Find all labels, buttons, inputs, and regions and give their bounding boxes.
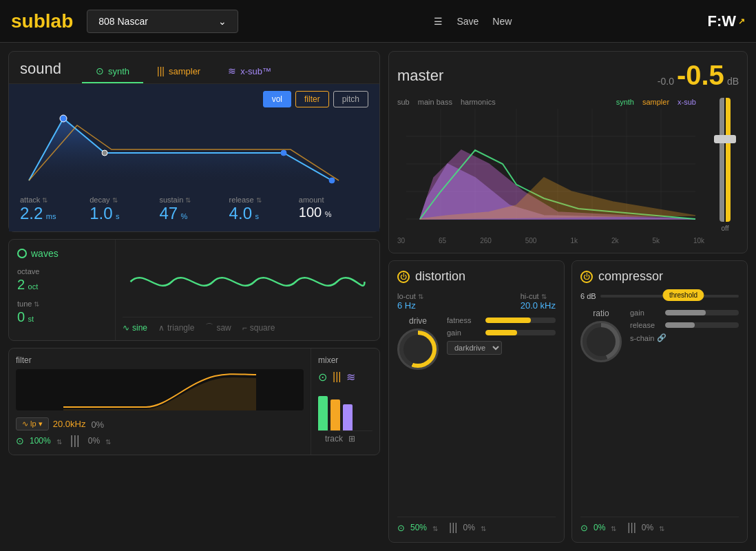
tune-stepper[interactable] bbox=[34, 300, 39, 308]
sound-panel: sound ⊙ synth ||| sampler ≋ x-sub™ bbox=[8, 51, 380, 232]
filter-controls: ∿ lp ▾ 20.0kHz 0% bbox=[16, 415, 304, 430]
filter-type-button[interactable]: ∿ lp ▾ bbox=[16, 417, 49, 430]
brand-text: F:W bbox=[707, 12, 736, 30]
fader-handle[interactable] bbox=[714, 135, 736, 143]
compressor-power-button[interactable]: ⏻ bbox=[580, 271, 593, 283]
sustain-stepper[interactable] bbox=[185, 196, 191, 204]
release-label: release bbox=[229, 196, 299, 204]
release-stepper[interactable] bbox=[256, 196, 262, 204]
drive-label: drive bbox=[409, 316, 427, 326]
synth-icon: ⊙ bbox=[96, 65, 104, 76]
sound-title: sound bbox=[20, 60, 61, 83]
schain-link-icon[interactable]: 🔗 bbox=[657, 333, 666, 342]
hicut-stepper[interactable] bbox=[541, 292, 547, 300]
comp-gain-bar-track[interactable] bbox=[665, 310, 739, 315]
octave-unit: oct bbox=[28, 282, 39, 291]
wave-type-square[interactable]: ⌐ square bbox=[242, 322, 275, 333]
decay-stepper[interactable] bbox=[112, 196, 118, 204]
wave-type-saw[interactable]: ⌒ saw bbox=[205, 322, 231, 333]
fatness-bar-track[interactable] bbox=[485, 318, 556, 323]
dist-bars-icon: ||| bbox=[449, 521, 457, 534]
mixer-icon-1: ⊙ bbox=[318, 371, 327, 384]
tab-sampler-label: sampler bbox=[169, 66, 200, 76]
fatness-bar-fill bbox=[485, 318, 531, 323]
dist-mix-stepper[interactable] bbox=[481, 521, 486, 534]
fader-label: off bbox=[722, 225, 729, 232]
release-value: 4.0 bbox=[229, 204, 252, 222]
threshold-track[interactable]: threshold bbox=[600, 295, 739, 298]
brand-logo: F:W ↗ bbox=[707, 12, 745, 30]
tune-label: tune bbox=[17, 300, 107, 308]
track-label: track bbox=[325, 434, 343, 444]
schain-label: s-chain bbox=[630, 334, 654, 342]
locut-stepper[interactable] bbox=[418, 292, 423, 300]
wave-type-sine[interactable]: ∿ sine bbox=[123, 322, 147, 333]
drive-knob-inner bbox=[403, 335, 432, 364]
distortion-bottom: ⊙ 50% ||| 0% bbox=[397, 517, 556, 534]
dist-power-icon: ⊙ bbox=[397, 523, 405, 533]
compressor-bottom: ⊙ 0% ||| 0% bbox=[580, 517, 739, 534]
save-button[interactable]: Save bbox=[456, 16, 479, 27]
attack-stepper[interactable] bbox=[42, 196, 48, 204]
filter-mixer-row: filter ∿ lp ▾ 20.0kHz bbox=[8, 348, 380, 455]
new-button[interactable]: New bbox=[492, 16, 512, 27]
darkdrive-select[interactable]: darkdrive bbox=[447, 341, 502, 355]
attack-param: attack 2.2 ms bbox=[20, 196, 90, 222]
comp-mix-stepper[interactable] bbox=[659, 521, 664, 534]
right-column: master -0.0 -0.5 dB sub main bass harmon… bbox=[388, 51, 748, 543]
gain-bar-track[interactable] bbox=[485, 330, 556, 335]
dist-pct-stepper[interactable] bbox=[432, 521, 438, 534]
hicut-label: hi-cut bbox=[521, 292, 539, 300]
ratio-knob-area: ratio bbox=[580, 309, 622, 511]
spectrum-graph bbox=[397, 109, 704, 233]
preset-arrow-icon: ⌄ bbox=[218, 16, 227, 27]
pitch-button[interactable]: pitch bbox=[333, 91, 368, 107]
ratio-knob[interactable] bbox=[580, 321, 622, 362]
master-fader[interactable]: off bbox=[711, 98, 739, 245]
tab-sampler[interactable]: ||| sampler bbox=[143, 60, 214, 83]
comp-release-fill bbox=[665, 322, 695, 328]
amount-value: 100 bbox=[299, 205, 322, 220]
vol-button[interactable]: vol bbox=[263, 91, 291, 107]
wave-type-triangle[interactable]: ∧ triangle bbox=[158, 322, 194, 333]
filter-circle-icon: ⊙ bbox=[16, 435, 24, 446]
mixer-bar-3 bbox=[343, 389, 353, 430]
vol-filter-pitch-buttons: vol filter pitch bbox=[20, 91, 368, 107]
filter-freq: 20.0kHz bbox=[53, 419, 86, 429]
distortion-main: drive fatness gain bbox=[397, 316, 556, 511]
comp-pct-stepper[interactable] bbox=[611, 521, 616, 534]
distortion-power-button[interactable]: ⏻ bbox=[397, 271, 410, 283]
preset-name: 808 Nascar bbox=[98, 16, 148, 27]
hicut-group: hi-cut 20.0 kHz bbox=[521, 292, 556, 311]
saw-icon: ⌒ bbox=[205, 322, 213, 333]
tab-xsub[interactable]: ≋ x-sub™ bbox=[214, 60, 285, 83]
tab-synth[interactable]: ⊙ synth bbox=[82, 60, 143, 83]
bottom-row: ⏻ distortion lo-cut 6 Hz hi-cut 20.0 kH bbox=[388, 260, 748, 543]
header-center: ☰ Save New bbox=[434, 16, 512, 27]
comp-release-bar-track[interactable] bbox=[665, 322, 739, 328]
fader-left bbox=[720, 98, 724, 222]
filter-cutoff-stepper[interactable] bbox=[56, 435, 62, 447]
preset-selector[interactable]: 808 Nascar ⌄ bbox=[87, 10, 238, 33]
distortion-header: ⏻ distortion bbox=[397, 269, 556, 284]
logo-lab: lab bbox=[45, 10, 73, 32]
compressor-title: compressor bbox=[598, 269, 663, 284]
filter-curve bbox=[16, 369, 304, 410]
comp-power-icon: ⊙ bbox=[580, 523, 588, 533]
attack-unit: ms bbox=[46, 212, 56, 220]
triangle-icon: ∧ bbox=[158, 323, 165, 333]
fader-track bbox=[720, 98, 731, 222]
xsub-icon: ≋ bbox=[228, 65, 236, 76]
filter-mix-stepper[interactable] bbox=[105, 435, 111, 447]
decay-param: decay 1.0 s bbox=[90, 196, 159, 222]
menu-button[interactable]: ☰ bbox=[434, 16, 443, 27]
gain-comp-row: gain bbox=[630, 309, 739, 317]
svg-point-0 bbox=[60, 115, 67, 122]
left-column: sound ⊙ synth ||| sampler ≋ x-sub™ bbox=[8, 51, 380, 543]
filter-button[interactable]: filter bbox=[295, 91, 329, 107]
drive-knob[interactable] bbox=[397, 329, 439, 370]
envelope-area: vol filter pitch bbox=[9, 84, 379, 231]
decay-value: 1.0 bbox=[90, 204, 112, 222]
fader-right bbox=[726, 98, 731, 222]
threshold-handle[interactable]: threshold bbox=[663, 289, 704, 301]
